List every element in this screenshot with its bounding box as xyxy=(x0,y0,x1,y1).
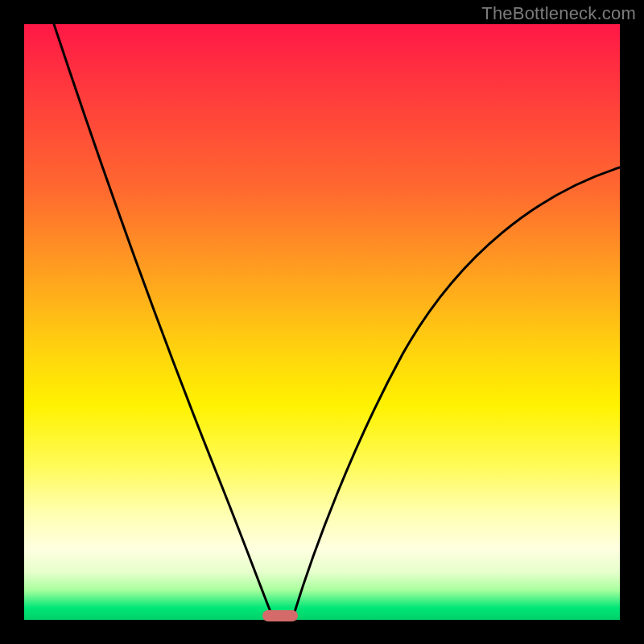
curve-left-branch xyxy=(54,24,274,620)
chart-frame: TheBottleneck.com xyxy=(0,0,644,644)
bottleneck-marker xyxy=(262,610,298,621)
curve-right-branch xyxy=(292,167,620,620)
plot-area xyxy=(24,24,620,620)
bottleneck-curve xyxy=(24,24,620,620)
watermark-text: TheBottleneck.com xyxy=(481,3,636,24)
